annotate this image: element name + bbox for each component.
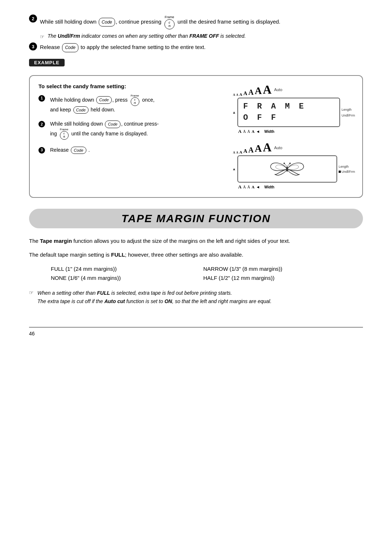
ex-step-3: 3 Release Code . bbox=[38, 146, 224, 154]
bottom-note: ☞ When a setting other than FULL is sele… bbox=[29, 289, 363, 305]
frame-key-1: c /6 bbox=[164, 19, 175, 29]
sz-5: A bbox=[248, 88, 253, 97]
example-title: To select the candy frame setting: bbox=[38, 83, 224, 89]
width-label-2: Width bbox=[264, 185, 274, 189]
sz-1: A bbox=[233, 93, 235, 97]
w-aa-2: Ā bbox=[243, 185, 246, 189]
sz2-7: A bbox=[263, 141, 271, 154]
undl-label-2: Undl/Frm bbox=[342, 170, 355, 174]
sz-7: A bbox=[263, 83, 271, 97]
sz2-1: A bbox=[233, 151, 235, 154]
length-label-2: Length bbox=[339, 165, 355, 168]
sz2-6: A bbox=[255, 143, 262, 154]
page-divider bbox=[29, 327, 363, 327]
tape-intro-2: The default tape margin setting is FULL;… bbox=[29, 250, 363, 260]
ex-step-1: 1 While holding down Code, press Frame c… bbox=[38, 94, 224, 114]
arrow-up-1: ▲ bbox=[232, 110, 236, 114]
margin-narrow: NARROW (1/3" (8 mm margins)) bbox=[203, 266, 341, 272]
example-label: EXAMPLE bbox=[29, 59, 65, 66]
ex-code-key-2: Code bbox=[73, 106, 89, 114]
w-aaa-2: Ā bbox=[247, 185, 250, 189]
w-tri-2: ◄ bbox=[256, 185, 260, 189]
sz2-3: A bbox=[240, 150, 242, 154]
sz2-2: A bbox=[236, 151, 238, 154]
undl-indicator bbox=[339, 171, 341, 173]
display-text-line2: O F F bbox=[243, 113, 334, 124]
ex-frame-key-2: c /6 bbox=[60, 131, 69, 140]
step-3-row: 3 Release Code to apply the selected fra… bbox=[29, 42, 363, 52]
step-3-content: Release Code to apply the selected frame… bbox=[40, 42, 205, 52]
margin-half: HALF (1/2" (12 mm margins)) bbox=[203, 275, 341, 281]
note-icon-1: ☞ bbox=[40, 34, 45, 40]
w-aa-1: Ā bbox=[243, 129, 246, 134]
auto-label-1: Auto bbox=[274, 87, 282, 92]
width-label-1: Width bbox=[264, 130, 274, 134]
step-2-content: While still holding down Code, continue … bbox=[40, 15, 281, 29]
display-panel-2 bbox=[237, 155, 337, 183]
sz-4: A bbox=[244, 90, 248, 97]
ex-code-key-3: Code bbox=[105, 121, 120, 128]
sz2-5: A bbox=[248, 146, 253, 154]
example-box: To select the candy frame setting: 1 Whi… bbox=[29, 75, 363, 198]
margin-full: FULL (1" (24 mm margins)) bbox=[51, 266, 189, 272]
note-1-row: ☞ The Undl/Frm indicator comes on when a… bbox=[40, 33, 363, 40]
undl-label-1: Undl/Frm bbox=[342, 114, 355, 117]
step3-text2: to apply the selected frame setting to t… bbox=[81, 44, 205, 50]
w-aaa-1: Ā bbox=[247, 129, 250, 134]
ex-step-2: 2 While still holding down Code, continu… bbox=[38, 120, 224, 140]
margin-table: FULL (1" (24 mm margins)) NARROW (1/3" (… bbox=[51, 266, 341, 281]
step-2-circle: 2 bbox=[29, 15, 37, 23]
code-key-1: Code bbox=[99, 18, 115, 26]
page-number: 46 bbox=[29, 331, 35, 336]
ex-frame-key-1: c /6 bbox=[131, 97, 139, 106]
code-key-2: Code bbox=[62, 43, 78, 52]
butterfly-svg bbox=[267, 159, 307, 179]
step-3-circle: 3 bbox=[29, 42, 37, 50]
margin-none: NONE (1/6" (4 mm margins)) bbox=[51, 275, 189, 281]
example-left: To select the candy frame setting: 1 Whi… bbox=[38, 83, 232, 190]
display-text-line1: F R A M E bbox=[243, 101, 334, 113]
tape-intro-1: The Tape margin function allows you to a… bbox=[29, 236, 363, 246]
ex-step-2-circle: 2 bbox=[38, 121, 45, 127]
arrow-up-2: ▲ bbox=[232, 167, 236, 171]
ex-step-1-text: While holding down Code, press Frame c /… bbox=[50, 94, 155, 114]
step-2-row: 2 While still holding down Code, continu… bbox=[29, 15, 363, 29]
example-section: EXAMPLE bbox=[29, 59, 363, 71]
step2-text3: until the desired frame setting is displ… bbox=[177, 19, 280, 25]
note-1-text: The Undl/Frm indicator comes on when any… bbox=[48, 33, 363, 39]
ex-step-3-text: Release Code . bbox=[50, 146, 90, 154]
svg-point-4 bbox=[289, 163, 291, 164]
sz-6: A bbox=[255, 85, 262, 97]
display-2-wrap: A A A A A A A Auto ▲ bbox=[232, 141, 355, 190]
sz-2: A bbox=[236, 93, 238, 97]
sz2-4: A bbox=[244, 148, 248, 154]
section-title: TAPE MARGIN FUNCTION bbox=[121, 212, 270, 224]
svg-point-2 bbox=[283, 163, 285, 164]
ex-code-key-1: Code bbox=[96, 96, 111, 104]
ex-step-2-text: While still holding down Code, continue … bbox=[50, 120, 159, 140]
display-panel-1: F R A M E O F F bbox=[237, 98, 340, 127]
ex-step-3-circle: 3 bbox=[38, 147, 45, 154]
w-a-1: A bbox=[238, 128, 241, 134]
example-right: A A A A A A A Auto ▲ F R A M E O F F Len… bbox=[232, 83, 355, 190]
w-a4-1: A bbox=[252, 129, 254, 134]
display-1-wrap: A A A A A A A Auto ▲ F R A M E O F F Len… bbox=[232, 83, 355, 135]
auto-label-2: Auto bbox=[274, 146, 282, 150]
bottom-note-icon: ☞ bbox=[29, 290, 34, 295]
step2-text1: While still holding down bbox=[40, 19, 97, 25]
section-title-wrap: TAPE MARGIN FUNCTION bbox=[29, 209, 363, 228]
ex-code-key-4: Code bbox=[71, 147, 86, 154]
sz-3: A bbox=[240, 92, 242, 97]
w-tri-1: ◄ bbox=[256, 129, 260, 134]
bottom-note-text: When a setting other than FULL is select… bbox=[37, 289, 271, 305]
w-a4-2: A bbox=[252, 185, 254, 189]
length-label-1: Length bbox=[342, 108, 355, 111]
w-a-2: A bbox=[238, 184, 241, 190]
ex-step-1-circle: 1 bbox=[38, 95, 45, 102]
